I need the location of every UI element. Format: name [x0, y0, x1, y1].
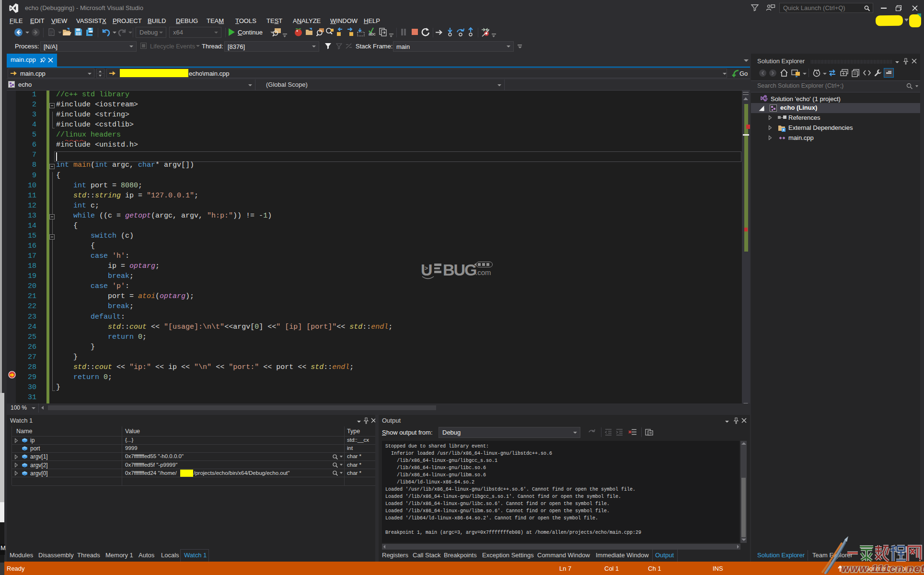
svg-text:abc: abc	[369, 32, 376, 36]
